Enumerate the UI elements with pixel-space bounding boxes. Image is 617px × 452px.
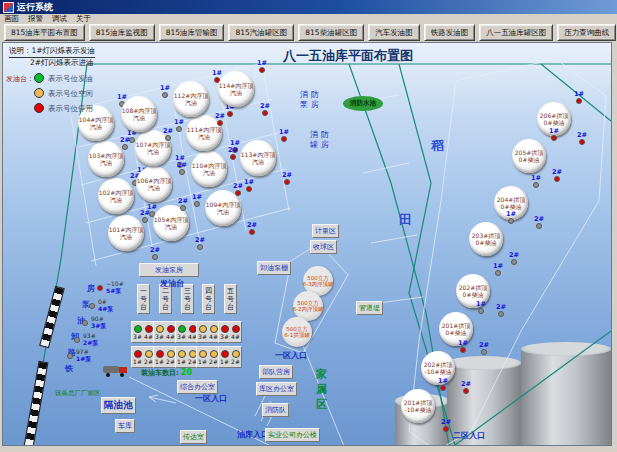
indicator-2: 2# — [247, 222, 257, 235]
indicator-2: 2# — [163, 128, 173, 141]
indicator-1: 1# — [506, 211, 516, 224]
tank-110[interactable]: 110#内浮顶汽油1#2# — [191, 151, 227, 187]
pump-bulb — [89, 303, 95, 309]
pump-3: 90#3#泵 — [82, 316, 106, 329]
nav-truck-loading-button[interactable]: 汽车发油图 — [368, 24, 420, 41]
window-title: 运行系统 — [17, 0, 53, 14]
label-ball-receiving-area: 收球区 — [310, 240, 337, 254]
tank-label: 110#内浮顶 — [192, 162, 226, 169]
tank-114[interactable]: 114#内浮顶汽油1#2# — [218, 71, 254, 107]
indicator-2: 2# — [120, 137, 130, 150]
platform-2-lower-lights: 1#2# — [153, 346, 177, 368]
tank-label: 104#内浮顶 — [79, 116, 113, 123]
tank-102[interactable]: 102#内浮顶汽油1#2# — [98, 178, 134, 214]
tank-product: -10#柴油 — [425, 368, 452, 375]
tank-product: 汽油 — [133, 114, 145, 121]
legend-label-disabled: 表示号位停用 — [48, 104, 93, 114]
photo-tank-farm — [389, 321, 612, 446]
menu-item-about[interactable]: 关于 — [76, 14, 91, 23]
tank-product: 汽油 — [217, 208, 229, 215]
status-light — [232, 325, 240, 333]
tank-500m3-6-1[interactable]: 500立方6-1拱顶罐 — [282, 317, 312, 347]
label-unloading-pump-shed: 卸油泵棚 — [257, 261, 291, 275]
label-zone1-entrance-b: 一区入口 — [195, 393, 227, 404]
status-light — [156, 325, 164, 333]
platform-2-upper-lights: 3#4# — [153, 321, 177, 343]
indicator-2: 2# — [150, 247, 160, 260]
light-label: 3# — [220, 333, 229, 340]
menu-item-alarms[interactable]: 报警 — [28, 14, 43, 23]
nav-815-tank-area-button[interactable]: 八一五油库罐区图 — [479, 24, 553, 41]
label-fire-pump-house: 消防泵房 — [299, 90, 323, 110]
indicator-bulb — [230, 154, 236, 160]
nav-button-bar: 815油库平面布置图 815油库监视图 815油库管输图 815汽油罐区图 81… — [0, 23, 617, 42]
tank-label: 203#拱顶 — [472, 232, 500, 239]
pump-name: 1#泵 — [76, 355, 91, 362]
label-oil-separator: 隔油池 — [101, 397, 136, 414]
tank-201-minus10[interactable]: 201#拱顶-10#柴油1#2# — [401, 389, 435, 423]
indicator-bulb — [259, 67, 265, 73]
light-label: 2# — [231, 358, 240, 365]
platform-5-lower-lights: 1#2# — [218, 346, 242, 368]
platform-1-upper-lights: 3#4# — [131, 321, 155, 343]
tank-205[interactable]: 205#拱顶0#柴油1#2# — [512, 139, 546, 173]
indicator-bulb — [508, 218, 514, 224]
nav-815-gasoline-area-button[interactable]: 815汽油罐区图 — [228, 24, 294, 41]
tank-label: 103#内浮顶 — [89, 152, 123, 159]
light-label: 1# — [198, 358, 207, 365]
tank-101[interactable]: 101#内浮顶汽油1#2# — [108, 215, 144, 251]
tank-product: 汽油 — [165, 223, 177, 230]
status-light — [134, 325, 142, 333]
indicator-1: 1# — [493, 263, 503, 276]
pump-bulb — [97, 285, 103, 291]
tank-label: 6-1拱顶罐 — [284, 332, 309, 338]
indicator-2: 2# — [282, 172, 292, 185]
tank-label: 102#内浮顶 — [99, 189, 133, 196]
indicator-bulb — [227, 111, 233, 117]
page-title: 八一五油库平面布置图 — [243, 47, 453, 65]
status-light — [178, 325, 186, 333]
label-fire-water-pool: 消防水池 — [343, 96, 383, 111]
menu-item-screens[interactable]: 画面 — [4, 14, 19, 23]
indicator-2: 2# — [479, 342, 489, 355]
pump-bulb — [82, 320, 88, 326]
nav-815-pipeline-button[interactable]: 815油库管输图 — [159, 24, 225, 41]
indicator-bulb — [176, 126, 182, 132]
tank-label: 6-2内浮顶罐 — [293, 306, 324, 312]
tank-106[interactable]: 106#内浮顶汽油1#2# — [136, 166, 172, 202]
indicator-1: 1# — [279, 129, 289, 142]
tank-label: 111#内浮顶 — [187, 126, 221, 133]
menu-item-debug[interactable]: 调试 — [52, 14, 67, 23]
status-light — [145, 350, 153, 358]
rail-pump-house-char: 房 — [87, 283, 95, 294]
tank-108[interactable]: 108#内浮顶汽油1#2# — [121, 96, 157, 132]
pump-4: 0#4#泵 — [89, 299, 113, 312]
legend-line-1: 说明：1#灯闪烁表示发油 — [9, 46, 95, 58]
tank-label: 109#内浮顶 — [206, 201, 240, 208]
plan-canvas: 八一五油库平面布置图 说明：1#灯闪烁表示发油 2#灯闪烁表示进油 发油台： 表… — [2, 42, 612, 446]
indicator-bulb — [576, 98, 582, 104]
nav-815-plan-button[interactable]: 815油库平面布置图 — [4, 24, 85, 41]
indicator-1: 1# — [476, 301, 486, 314]
indicator-2: 2# — [140, 210, 150, 223]
rail-pump-house-char: 铁 — [65, 363, 73, 374]
nav-815-monitor-button[interactable]: 815油库监视图 — [89, 24, 155, 41]
nav-815-diesel-area-button[interactable]: 815柴油罐区图 — [298, 24, 364, 41]
tank-203[interactable]: 203#拱顶0#柴油1#2# — [469, 222, 503, 256]
nav-rail-loading-button[interactable]: 铁路发油图 — [424, 24, 476, 41]
tank-113[interactable]: 113#内浮顶汽油1#2# — [240, 140, 276, 176]
tank-112[interactable]: 112#内浮顶汽油1#2# — [173, 81, 209, 117]
label-fire-brigade: 消防队 — [262, 403, 289, 417]
light-label: 2# — [166, 358, 175, 365]
label-garage: 车库 — [115, 419, 135, 433]
indicator-bulb — [217, 120, 223, 126]
label-zone1-entrance-a: 一区入口 — [275, 350, 307, 361]
tank-103[interactable]: 103#内浮顶汽油1#2# — [88, 141, 124, 177]
tank-label: 206#拱顶 — [540, 112, 568, 119]
status-light — [167, 325, 175, 333]
indicator-2: 2# — [177, 162, 187, 175]
nav-pressure-curve-button[interactable]: 压力查询曲线 — [557, 24, 616, 41]
indicator-bulb — [179, 169, 185, 175]
label-dispatch-pump-house: 发油泵房 — [139, 263, 199, 277]
label-reception: 传达室 — [180, 430, 207, 444]
